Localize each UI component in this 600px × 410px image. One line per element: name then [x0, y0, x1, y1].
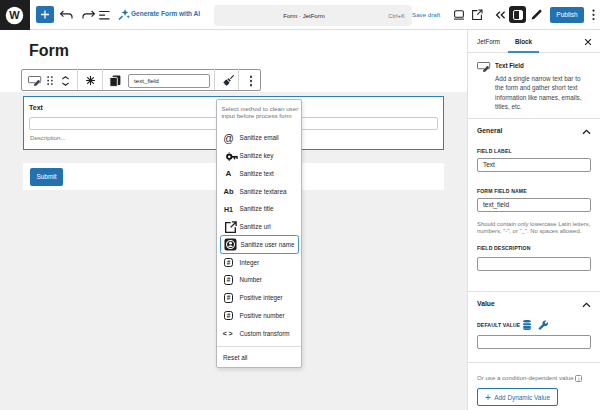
- svg-text:W: W: [9, 9, 20, 21]
